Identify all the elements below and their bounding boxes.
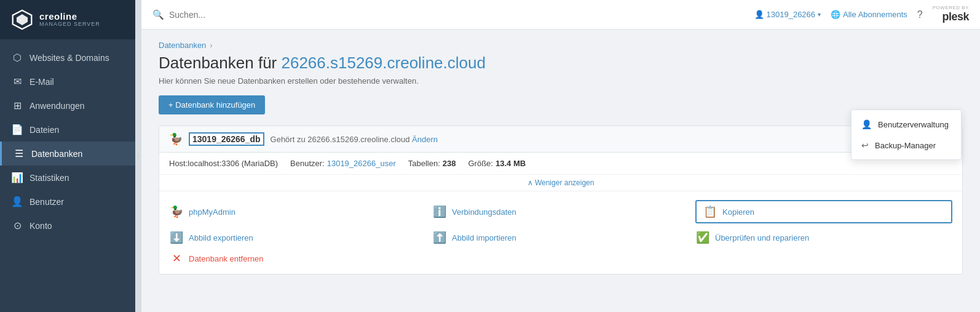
remove-icon: ✕ xyxy=(169,252,184,265)
brand-name: creoline xyxy=(39,12,100,22)
action-export[interactable]: ⬇️ Abbild exportieren xyxy=(169,231,426,244)
svg-marker-1 xyxy=(17,14,28,25)
db-card-header: 🦆 13019_26266_db Gehört zu 26266.s15269.… xyxy=(159,126,962,153)
sidebar-item-databases[interactable]: ☰ Datenbanken xyxy=(0,142,135,166)
sidebar-item-label: Dateien xyxy=(30,125,59,135)
domain-link[interactable]: 26266.s15269.creoline.cloud xyxy=(281,54,485,72)
user-label: 13019_26266 xyxy=(767,10,816,19)
db-size-value: 13.4 MB xyxy=(496,159,526,168)
user-icon: 👤 xyxy=(754,10,764,19)
sidebar-item-label: Datenbanken xyxy=(31,149,82,159)
chevron-down-icon: ▾ xyxy=(818,11,821,18)
search-input[interactable] xyxy=(169,10,280,20)
action-label: Datenbank entfernen xyxy=(189,254,263,263)
db-user-link[interactable]: 13019_26266_user xyxy=(327,159,396,168)
sidebar-nav: ⬡ Websites & Domains ✉ E-Mail ⊞ Anwendun… xyxy=(0,39,135,312)
search-icon: 🔍 xyxy=(152,9,164,20)
websites-icon: ⬡ xyxy=(11,52,23,63)
email-icon: ✉ xyxy=(11,76,23,87)
help-button[interactable]: ? xyxy=(917,9,923,20)
topbar-user[interactable]: 👤 13019_26266 ▾ xyxy=(754,10,821,19)
db-header-left: 🦆 13019_26266_db Gehört zu 26266.s15269.… xyxy=(169,132,438,146)
plesk-brand: plesk xyxy=(942,11,969,23)
user-mgmt-icon: 👤 xyxy=(861,119,872,129)
sidebar-resize-handle[interactable]: ⋮ xyxy=(135,0,141,312)
action-copy[interactable]: 📋 Kopieren xyxy=(695,200,952,223)
action-label: Abbild importieren xyxy=(452,233,516,242)
db-user-item: Benutzer: 13019_26266_user xyxy=(290,159,396,168)
globe-icon: 🌐 xyxy=(831,10,840,19)
action-import[interactable]: ⬆️ Abbild importieren xyxy=(432,231,689,244)
applications-icon: ⊞ xyxy=(11,100,23,111)
sidebar-item-applications[interactable]: ⊞ Anwendungen xyxy=(0,94,135,118)
brand-sub: MANAGED SERVER xyxy=(39,22,100,28)
db-belongs: Gehört zu 26266.s15269.creoline.cloud Än… xyxy=(271,135,438,144)
page-title: Datenbanken für 26266.s15269.creoline.cl… xyxy=(159,54,963,73)
context-menu-backup[interactable]: ↩ Backup-Manager xyxy=(852,135,961,156)
db-card-meta: Host:localhost:3306 (MariaDB) Benutzer: … xyxy=(159,153,962,175)
sidebar-item-email[interactable]: ✉ E-Mail xyxy=(0,70,135,94)
account-icon: ⊙ xyxy=(11,220,23,231)
phpmyadmin-icon: 🦆 xyxy=(169,205,184,218)
topbar-right: 👤 13019_26266 ▾ 🌐 Alle Abonnements ? POW… xyxy=(754,6,969,23)
db-host: Host:localhost:3306 (MariaDB) xyxy=(169,159,278,168)
sidebar-item-account[interactable]: ⊙ Konto xyxy=(0,214,135,238)
breadcrumb-parent: Datenbanken xyxy=(159,41,206,50)
db-tables-item: Tabellen: 238 xyxy=(408,159,456,168)
sidebar-item-websites[interactable]: ⬡ Websites & Domains xyxy=(0,46,135,70)
databases-icon: ☰ xyxy=(13,148,25,159)
action-remove[interactable]: ✕ Datenbank entfernen xyxy=(169,252,426,265)
sidebar-item-label: E-Mail xyxy=(30,77,54,87)
powered-by: POWERED BY plesk xyxy=(933,6,969,23)
connection-icon: ℹ️ xyxy=(432,205,447,218)
content-area: Datenbanken › Datenbanken für 26266.s152… xyxy=(141,30,980,312)
sidebar-item-label: Statistiken xyxy=(30,173,69,183)
db-belongs-prefix: Gehört zu 26266.s15269.creoline.cloud xyxy=(271,135,410,144)
database-card: 🦆 13019_26266_db Gehört zu 26266.s15269.… xyxy=(159,126,963,274)
topbar: 🔍 👤 13019_26266 ▾ 🌐 Alle Abonnements ? P… xyxy=(141,0,980,30)
action-label: Abbild exportieren xyxy=(189,233,253,242)
action-phpmyadmin[interactable]: 🦆 phpMyAdmin xyxy=(169,200,426,223)
page-title-prefix: Datenbanken für xyxy=(159,54,281,72)
db-tables-value: 238 xyxy=(443,159,456,168)
less-toggle[interactable]: ∧ Weniger anzeigen xyxy=(159,175,962,191)
sidebar-item-files[interactable]: 📄 Dateien xyxy=(0,118,135,142)
db-actions: 🦆 phpMyAdmin ℹ️ Verbindungsdaten 📋 Kopie… xyxy=(159,191,962,274)
db-size-item: Größe: 13.4 MB xyxy=(468,159,526,168)
context-menu-user-mgmt[interactable]: 👤 Benutzerverwaltung xyxy=(852,114,961,135)
export-icon: ⬇️ xyxy=(169,231,184,244)
db-user-label: Benutzer: xyxy=(290,159,325,168)
action-check[interactable]: ✅ Überprüfen und reparieren xyxy=(695,231,952,244)
sidebar-item-label: Benutzer xyxy=(30,197,64,207)
action-connection[interactable]: ℹ️ Verbindungsdaten xyxy=(432,200,689,223)
users-icon: 👤 xyxy=(11,196,23,207)
logo-icon xyxy=(11,9,33,31)
logo-text: creoline MANAGED SERVER xyxy=(39,12,100,28)
db-icon: 🦆 xyxy=(169,132,183,146)
page-subtitle: Hier können Sie neue Datenbanken erstell… xyxy=(159,76,963,86)
db-name[interactable]: 13019_26266_db xyxy=(189,132,264,146)
breadcrumb-separator: › xyxy=(210,41,212,50)
action-label: Überprüfen und reparieren xyxy=(715,233,809,242)
db-change-link[interactable]: Ändern xyxy=(412,135,438,144)
add-database-button[interactable]: + Datenbank hinzufügen xyxy=(159,95,265,114)
sidebar: creoline MANAGED SERVER ⬡ Websites & Dom… xyxy=(0,0,135,312)
sidebar-logo: creoline MANAGED SERVER xyxy=(0,0,135,39)
sidebar-item-users[interactable]: 👤 Benutzer xyxy=(0,190,135,214)
sidebar-item-label: Websites & Domains xyxy=(30,53,109,63)
breadcrumb[interactable]: Datenbanken › xyxy=(159,41,963,50)
files-icon: 📄 xyxy=(11,124,23,135)
main-area: 🔍 👤 13019_26266 ▾ 🌐 Alle Abonnements ? P… xyxy=(141,0,980,312)
backup-icon: ↩ xyxy=(861,140,869,150)
db-tables-label: Tabellen: xyxy=(408,159,440,168)
topbar-subscriptions[interactable]: 🌐 Alle Abonnements xyxy=(831,10,907,19)
topbar-left: 🔍 xyxy=(152,9,748,20)
import-icon: ⬆️ xyxy=(432,231,447,244)
copy-icon: 📋 xyxy=(703,205,717,218)
context-menu-label: Backup-Manager xyxy=(875,141,936,150)
action-label: phpMyAdmin xyxy=(189,207,235,217)
statistics-icon: 📊 xyxy=(11,172,23,183)
sidebar-item-statistics[interactable]: 📊 Statistiken xyxy=(0,166,135,190)
context-menu: 👤 Benutzerverwaltung ↩ Backup-Manager xyxy=(851,110,962,160)
action-label: Verbindungsdaten xyxy=(452,207,516,217)
